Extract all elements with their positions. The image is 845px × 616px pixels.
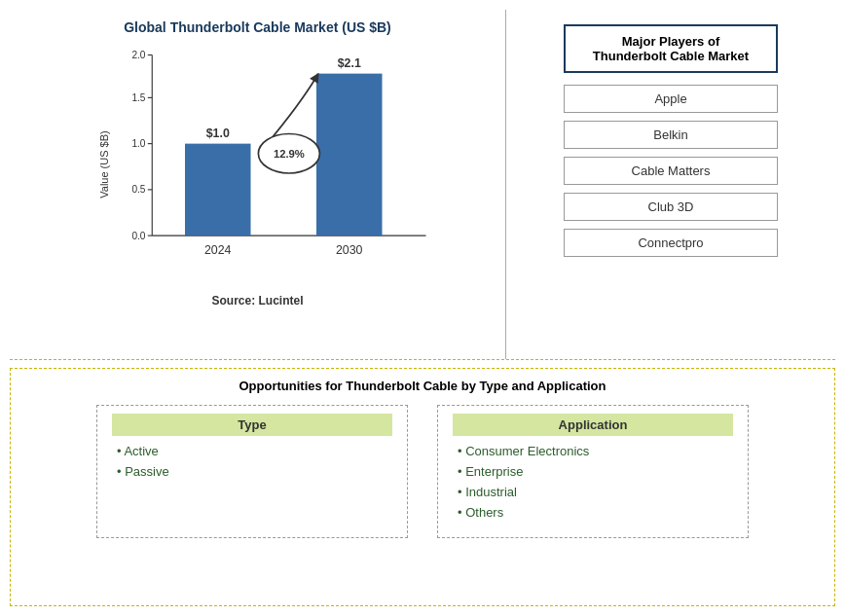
top-section: Global Thunderbolt Cable Market (US $B) … bbox=[10, 10, 835, 360]
source-text: Source: Lucintel bbox=[211, 294, 303, 308]
player-apple: Apple bbox=[564, 85, 778, 113]
players-section: Major Players of Thunderbolt Cable Marke… bbox=[506, 10, 835, 359]
svg-text:1.0: 1.0 bbox=[131, 138, 145, 149]
player-connectpro: Connectpro bbox=[564, 229, 778, 257]
application-header: Application bbox=[453, 414, 733, 436]
type-item-passive: Passive bbox=[112, 464, 392, 479]
application-box: Application Consumer Electronics Enterpr… bbox=[437, 405, 749, 538]
application-items: Consumer Electronics Enterprise Industri… bbox=[453, 444, 733, 520]
player-cable-matters: Cable Matters bbox=[564, 157, 778, 185]
opportunities-title: Opportunities for Thunderbolt Cable by T… bbox=[25, 379, 820, 393]
chart-svg: 0.0 0.5 1.0 1.5 2.0 $1.0 2024 $2.1 bbox=[97, 43, 448, 286]
svg-text:2030: 2030 bbox=[336, 243, 363, 257]
type-box: Type Active Passive bbox=[96, 405, 408, 538]
y-axis-label: Value (US $B) bbox=[97, 130, 109, 199]
app-item-others: Others bbox=[453, 505, 733, 520]
type-item-active: Active bbox=[112, 444, 392, 458]
svg-text:12.9%: 12.9% bbox=[273, 148, 304, 160]
svg-text:1.5: 1.5 bbox=[131, 92, 145, 103]
player-belkin: Belkin bbox=[564, 121, 778, 149]
svg-text:0.0: 0.0 bbox=[131, 231, 145, 241]
chart-section: Global Thunderbolt Cable Market (US $B) … bbox=[10, 10, 506, 359]
players-title: Major Players of Thunderbolt Cable Marke… bbox=[564, 24, 778, 73]
svg-text:$2.1: $2.1 bbox=[337, 56, 360, 70]
main-container: Global Thunderbolt Cable Market (US $B) … bbox=[0, 0, 845, 616]
bar-2030 bbox=[316, 74, 383, 236]
svg-text:0.5: 0.5 bbox=[131, 184, 145, 195]
bar-2024 bbox=[185, 144, 251, 236]
type-header: Type bbox=[112, 414, 392, 436]
svg-text:$1.0: $1.0 bbox=[205, 127, 229, 140]
svg-text:2024: 2024 bbox=[204, 243, 232, 257]
chart-title: Global Thunderbolt Cable Market (US $B) bbox=[124, 19, 391, 35]
svg-text:2.0: 2.0 bbox=[131, 50, 145, 60]
chart-area: Value (US $B) 0.0 0.5 1.0 1 bbox=[97, 43, 448, 286]
bottom-section: Opportunities for Thunderbolt Cable by T… bbox=[10, 368, 835, 606]
app-item-enterprise: Enterprise bbox=[453, 464, 733, 479]
app-item-industrial: Industrial bbox=[453, 485, 733, 499]
app-item-consumer: Consumer Electronics bbox=[453, 444, 733, 458]
opportunities-content: Type Active Passive Application Consumer… bbox=[25, 405, 820, 538]
type-items: Active Passive bbox=[112, 444, 392, 479]
player-club3d: Club 3D bbox=[564, 193, 778, 221]
